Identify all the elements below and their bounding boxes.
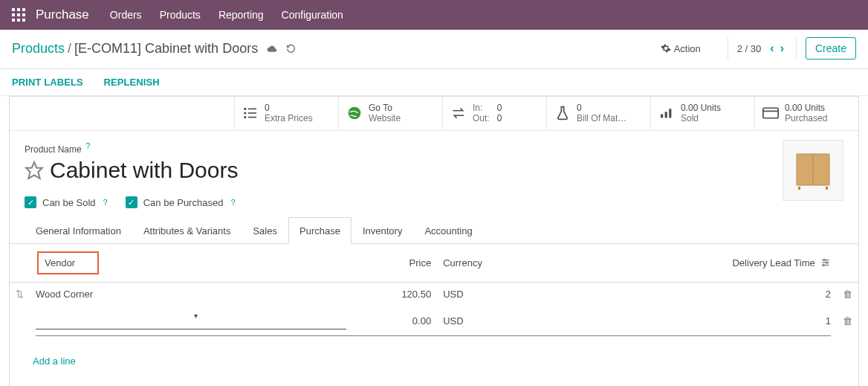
svg-rect-1 xyxy=(17,8,20,11)
stat-bill-of-materials[interactable]: 0 Bill Of Mat… xyxy=(546,97,650,130)
module-name[interactable]: Purchase xyxy=(36,7,89,22)
tab-attributes-variants[interactable]: Attributes & Variants xyxy=(132,217,242,244)
undo-icon[interactable] xyxy=(286,44,296,54)
cell-price[interactable]: 120.50 xyxy=(352,283,437,306)
cloud-icon[interactable] xyxy=(267,44,277,53)
column-price[interactable]: Price xyxy=(352,244,437,283)
svg-rect-4 xyxy=(17,13,20,16)
apps-icon[interactable] xyxy=(12,8,25,22)
stat-buttons-row: 0 Extra Prices Go To Website In: Out: xyxy=(10,97,858,131)
svg-point-9 xyxy=(244,108,246,110)
actions-bar: PRINT LABELS REPLENISH xyxy=(0,69,868,96)
cell-delivery-lead-time[interactable]: 1 xyxy=(556,306,837,335)
out-label: Out: xyxy=(473,113,490,123)
help-icon[interactable]: ? xyxy=(103,198,108,207)
bars-icon xyxy=(658,105,675,121)
cell-currency[interactable]: USD xyxy=(437,283,556,306)
vendor-input[interactable] xyxy=(36,312,346,329)
globe-icon xyxy=(346,105,363,121)
check-label: Can be Purchased xyxy=(143,197,224,208)
stat-label: Bill Of Mat… xyxy=(577,113,626,123)
stat-line1: Go To xyxy=(369,103,401,113)
breadcrumb-products[interactable]: Products xyxy=(12,41,65,57)
checkbox-checked-icon: ✓ xyxy=(25,196,36,208)
drag-handle-icon[interactable] xyxy=(10,306,30,335)
favorite-star-icon[interactable] xyxy=(25,161,44,180)
drag-handle-icon[interactable]: ⇅ xyxy=(10,283,30,306)
pager-text[interactable]: 2 / 30 xyxy=(737,43,762,54)
vendor-table: Vendor Price Currency Delivery Lead Time… xyxy=(10,244,858,386)
table-row-editing[interactable]: ▾ 0.00 USD 1 🗑 xyxy=(10,306,858,335)
breadcrumb-separator: / xyxy=(68,41,71,57)
cell-price[interactable]: 0.00 xyxy=(352,306,437,335)
svg-rect-25 xyxy=(798,187,800,190)
stat-transfers[interactable]: In: Out: 0 0 xyxy=(442,97,546,130)
svg-rect-26 xyxy=(826,187,828,190)
tab-sales[interactable]: Sales xyxy=(242,217,288,244)
stat-purchased[interactable]: 0.00 Units Purchased xyxy=(754,97,858,130)
help-icon[interactable]: ? xyxy=(85,141,90,150)
column-delivery-lead-time[interactable]: Delivery Lead Time xyxy=(556,244,837,283)
replenish-link[interactable]: REPLENISH xyxy=(103,77,159,88)
tab-purchase[interactable]: Purchase xyxy=(288,217,352,244)
stat-value: 0 xyxy=(265,103,313,113)
print-labels-link[interactable]: PRINT LABELS xyxy=(12,77,83,88)
list-icon xyxy=(242,105,259,121)
cell-delivery-lead-time[interactable]: 2 xyxy=(556,283,837,306)
action-label: Action xyxy=(674,43,701,54)
columns-settings-icon[interactable] xyxy=(820,257,831,268)
table-row[interactable]: ⇅ Wood Corner 120.50 USD 2 🗑 xyxy=(10,283,858,306)
svg-rect-16 xyxy=(661,115,663,118)
nav-orders[interactable]: Orders xyxy=(110,9,142,21)
stat-line2: Website xyxy=(369,113,401,123)
svg-rect-12 xyxy=(248,113,256,115)
product-title[interactable]: Cabinet with Doors xyxy=(50,158,238,183)
transfer-icon xyxy=(450,105,467,121)
delete-row-icon[interactable]: 🗑 xyxy=(843,289,852,300)
column-vendor[interactable]: Vendor xyxy=(37,251,99,274)
column-currency[interactable]: Currency xyxy=(437,244,556,283)
stat-label: Sold xyxy=(681,113,721,123)
stat-go-to-website[interactable]: Go To Website xyxy=(338,97,442,130)
help-icon[interactable]: ? xyxy=(230,198,235,207)
svg-point-31 xyxy=(826,262,828,263)
product-image[interactable] xyxy=(783,140,843,201)
card-icon xyxy=(762,105,779,121)
dlt-label: Delivery Lead Time xyxy=(732,257,814,268)
stat-value: 0 xyxy=(577,103,626,113)
product-name-label: Product Name xyxy=(25,144,82,155)
svg-rect-17 xyxy=(665,112,667,118)
cell-vendor[interactable]: Wood Corner xyxy=(30,283,352,306)
cell-currency[interactable]: USD xyxy=(437,306,556,335)
stat-value: 0.00 Units xyxy=(785,103,827,113)
pager-next[interactable]: › xyxy=(777,39,787,58)
breadcrumb-bar: Products / [E-COM11] Cabinet with Doors … xyxy=(0,30,868,69)
product-header: Product Name ? Cabinet with Doors ✓ Can … xyxy=(10,131,858,216)
svg-point-11 xyxy=(244,112,246,115)
add-line-link[interactable]: Add a line xyxy=(33,348,852,374)
tab-inventory[interactable]: Inventory xyxy=(352,217,413,244)
can-be-sold-check[interactable]: ✓ Can be Sold ? xyxy=(25,196,108,208)
svg-rect-0 xyxy=(12,8,15,11)
checkbox-checked-icon: ✓ xyxy=(126,196,137,208)
stat-extra-prices[interactable]: 0 Extra Prices xyxy=(234,97,338,130)
nav-reporting[interactable]: Reporting xyxy=(218,9,264,21)
svg-rect-10 xyxy=(248,109,256,110)
create-button[interactable]: Create xyxy=(806,37,856,59)
stat-sold[interactable]: 0.00 Units Sold xyxy=(650,97,754,130)
cell-vendor-input[interactable]: ▾ xyxy=(30,306,352,335)
nav-configuration[interactable]: Configuration xyxy=(282,9,343,21)
delete-row-icon[interactable]: 🗑 xyxy=(843,315,852,327)
gear-icon xyxy=(661,43,671,54)
svg-rect-7 xyxy=(17,19,20,22)
svg-rect-18 xyxy=(669,109,671,118)
nav-products[interactable]: Products xyxy=(160,9,201,21)
form-sheet: 0 Extra Prices Go To Website In: Out: xyxy=(9,96,859,386)
stat-label: Purchased xyxy=(785,113,827,123)
svg-point-13 xyxy=(244,116,246,118)
action-dropdown[interactable]: Action xyxy=(661,43,701,54)
tab-accounting[interactable]: Accounting xyxy=(413,217,483,244)
tab-general-information[interactable]: General Information xyxy=(25,217,132,244)
can-be-purchased-check[interactable]: ✓ Can be Purchased ? xyxy=(126,196,236,208)
pager-prev[interactable]: ‹ xyxy=(767,39,777,58)
